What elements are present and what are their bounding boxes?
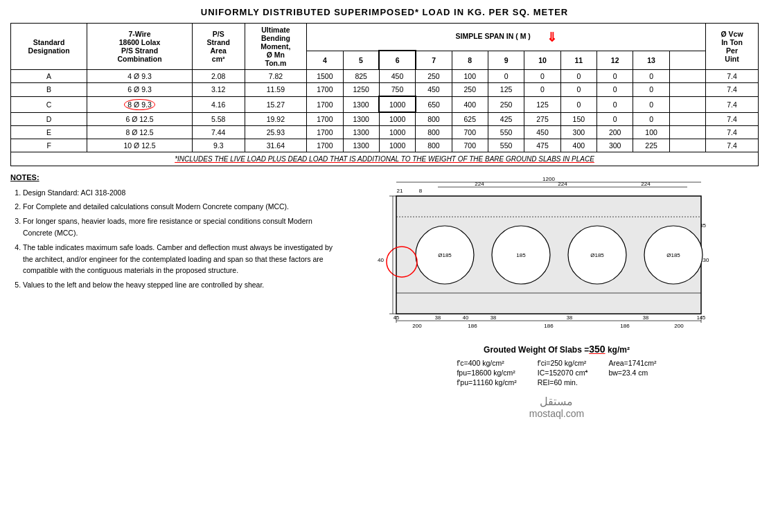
- svg-text:40: 40: [378, 257, 384, 263]
- span-col-7: 7: [416, 51, 452, 69]
- vcw-cell: 7.4: [706, 126, 759, 139]
- span-value-cell: 1000: [379, 112, 415, 126]
- span-value-cell: 1000: [379, 126, 415, 139]
- table-row: D6 Ø 12.55.5819.921700130010008006254252…: [11, 112, 759, 126]
- note-item: The table indicates maximum safe loads. …: [23, 242, 341, 276]
- grouted-label: Grouted Weight Of Slabs =: [484, 345, 589, 355]
- span-col-6: 6: [379, 51, 415, 69]
- span-value-cell: 1700: [307, 126, 343, 139]
- span-col-4: 4: [307, 51, 343, 69]
- spec-item: f'c=400 kg/cm²: [457, 359, 516, 367]
- span-value-cell: 1500: [307, 70, 343, 83]
- span-col-10: 10: [524, 51, 560, 69]
- area-cell: 4.16: [192, 96, 245, 112]
- span-col-12: 12: [597, 51, 633, 69]
- specs-row: f'c=400 kg/cm²fpu=18600 kg/cm²f'pu=11160…: [457, 359, 656, 387]
- span-value-cell: 1000: [379, 96, 415, 112]
- footnote-content: *INCLUDES THE LIVE LOAD PLUS DEAD LOAD T…: [175, 155, 594, 163]
- combination-cell: 4 Ø 9.3: [87, 70, 193, 83]
- col-vcw: Ø VcwIn TonPerUint: [706, 24, 759, 70]
- spec-item: f'ci=250 kg/cm²: [538, 359, 588, 367]
- moment-cell: 25.93: [245, 126, 307, 139]
- diagram-section: 1200 224 224 224 21 8 35 230 40: [355, 172, 759, 419]
- area-cell: 9.3: [192, 139, 245, 152]
- span-value-cell: 1700: [307, 139, 343, 152]
- moment-cell: 31.64: [245, 139, 307, 152]
- span-value-cell: 475: [524, 139, 560, 152]
- table-row: F10 Ø 12.59.331.641700130010008007005504…: [11, 139, 759, 152]
- span-value-cell: 100: [452, 70, 488, 83]
- grouted-unit: kg/m²: [608, 345, 630, 355]
- svg-text:185: 185: [516, 252, 526, 258]
- col-area: P/SStrandAreacm²: [192, 24, 245, 70]
- slab-diagram: 1200 224 224 224 21 8 35 230 40: [355, 172, 759, 339]
- span-value-cell: 125: [488, 83, 524, 97]
- designation-cell: A: [11, 70, 87, 83]
- span-value-cell: 0: [560, 96, 596, 112]
- table-row: A4 Ø 9.32.087.821500825450250100000007.4: [11, 70, 759, 83]
- svg-text:200: 200: [412, 323, 422, 329]
- span-value-cell: 0: [524, 83, 560, 97]
- span-value-cell: 1700: [307, 83, 343, 97]
- spec-item: Area=1741cm²: [608, 359, 656, 367]
- moment-cell: 11.59: [245, 83, 307, 97]
- vcw-cell: 7.4: [706, 112, 759, 126]
- svg-text:8: 8: [419, 188, 423, 194]
- notes-list: Design Standard: ACI 318-2008For Complet…: [10, 187, 341, 291]
- watermark: مستقل mostaql.com: [529, 392, 584, 419]
- spec-item: IC=152070 cm⁴: [538, 369, 588, 377]
- spec-item: f'pu=11160 kg/cm²: [457, 378, 516, 387]
- span-value-cell: 0: [633, 112, 669, 126]
- vcw-cell: 7.4: [706, 139, 759, 152]
- svg-text:200: 200: [674, 323, 684, 329]
- span-value-cell: 100: [633, 126, 669, 139]
- svg-text:186: 186: [468, 323, 477, 329]
- extra-cell: [669, 112, 705, 126]
- span-value-cell: 1300: [343, 126, 379, 139]
- grouted-weight: Grouted Weight Of Slabs =350 kg/m²: [484, 344, 630, 355]
- vcw-cell: 7.4: [706, 70, 759, 83]
- svg-text:1200: 1200: [542, 176, 555, 182]
- span-value-cell: 150: [560, 112, 596, 126]
- span-value-cell: 0: [560, 70, 596, 83]
- extra-cell: [669, 96, 705, 112]
- combination-cell: 6 Ø 9.3: [87, 83, 193, 97]
- span-value-cell: 450: [524, 126, 560, 139]
- span-value-cell: 800: [416, 112, 452, 126]
- table-row: B6 Ø 9.33.1211.5917001250750450250125000…: [11, 83, 759, 97]
- span-col-extra: [669, 51, 705, 69]
- svg-text:Ø185: Ø185: [438, 252, 452, 258]
- designation-cell: B: [11, 83, 87, 97]
- moment-cell: 15.27: [245, 96, 307, 112]
- span-value-cell: 800: [416, 139, 452, 152]
- area-cell: 5.58: [192, 112, 245, 126]
- span-value-cell: 1300: [343, 112, 379, 126]
- spec-item: fpu=18600 kg/cm²: [457, 369, 516, 377]
- specs-col: f'ci=250 kg/cm²IC=152070 cm⁴REI=60 min.: [538, 359, 588, 387]
- combination-cell: 8 Ø 9.3: [87, 96, 193, 112]
- span-value-cell: 550: [488, 126, 524, 139]
- designation-cell: D: [11, 112, 87, 126]
- col-standard-designation: StandardDesignation: [11, 24, 87, 70]
- header-row-1: StandardDesignation 7-Wire18600 LolaxP/S…: [11, 24, 759, 51]
- svg-text:40: 40: [463, 314, 468, 321]
- bottom-section: NOTES: Design Standard: ACI 318-2008For …: [10, 172, 759, 419]
- span-value-cell: 300: [560, 126, 596, 139]
- svg-text:38: 38: [435, 314, 441, 321]
- extra-cell: [669, 83, 705, 97]
- col-combination: 7-Wire18600 LolaxP/S StrandCombination: [87, 24, 193, 70]
- extra-cell: [669, 139, 705, 152]
- combination-cell: 6 Ø 12.5: [87, 112, 193, 126]
- notes-section: NOTES: Design Standard: ACI 318-2008For …: [10, 172, 341, 419]
- vcw-cell: 7.4: [706, 83, 759, 97]
- note-item: For Complete and detailed calculations c…: [23, 201, 341, 213]
- span-value-cell: 250: [416, 70, 452, 83]
- area-cell: 7.44: [192, 126, 245, 139]
- span-value-cell: 825: [343, 70, 379, 83]
- col-moment: UltimateBendingMoment,Ø MnTon.m: [245, 24, 307, 70]
- spec-item: REI=60 min.: [538, 378, 588, 387]
- designation-cell: C: [11, 96, 87, 112]
- specs-col: Area=1741cm²bw=23.4 cm: [608, 359, 656, 387]
- span-value-cell: 250: [488, 96, 524, 112]
- span-value-cell: 1250: [343, 83, 379, 97]
